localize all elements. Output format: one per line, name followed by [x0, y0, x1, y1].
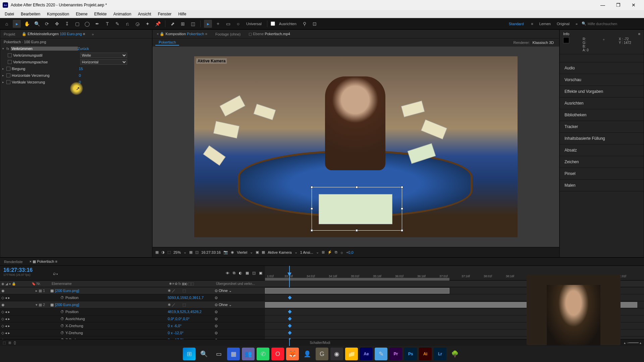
chevron-down-icon[interactable]: ⌄	[294, 250, 298, 254]
puppet-tool-icon[interactable]: 📌	[154, 20, 162, 28]
menu-fenster[interactable]: Fenster	[155, 11, 175, 17]
exposure-icon[interactable]: ☼	[340, 250, 343, 254]
ps-icon[interactable]: Ps	[404, 348, 417, 360]
circle-icon[interactable]: ○	[234, 20, 242, 28]
view-axis-icon[interactable]: ◫	[189, 20, 197, 28]
misc-icon[interactable]: 🌳	[448, 348, 461, 360]
pan-behind-tool-icon[interactable]: ✥	[53, 20, 61, 28]
guides-icon[interactable]: ◫	[195, 250, 199, 254]
menu-ansicht[interactable]: Ansicht	[135, 11, 154, 17]
zoom-tool-icon[interactable]: 🔍	[33, 20, 41, 28]
graph-icon[interactable]: ▦	[246, 271, 249, 275]
snap-opts-icon[interactable]: ⚲	[301, 20, 309, 28]
menu-bearbeiten[interactable]: Bearbeiten	[17, 11, 44, 17]
visibility-icon[interactable]: ◉	[1, 303, 5, 307]
stopwatch-icon[interactable]	[6, 67, 10, 71]
panel-zeichen[interactable]: Zeichen	[560, 156, 644, 168]
widgets-icon[interactable]: ▦	[227, 348, 240, 360]
panel-pinsel[interactable]: Pinsel	[560, 168, 644, 180]
roi-icon[interactable]: ▣	[256, 250, 259, 254]
menu-ebene[interactable]: Ebene	[72, 11, 91, 17]
maximize-button[interactable]: ❐	[610, 0, 626, 10]
switches-modes-label[interactable]: Schalter/Modi	[310, 341, 330, 345]
pr-icon[interactable]: Pr	[389, 348, 402, 360]
grid-icon[interactable]: ▦	[189, 250, 193, 254]
lock-icon[interactable]: 🔒	[22, 32, 26, 36]
selection-tool-icon[interactable]: ▸	[13, 20, 21, 28]
tabs-overflow-icon[interactable]: »	[89, 31, 97, 38]
timeline-icon[interactable]: ⧉	[335, 250, 337, 254]
panel-audio[interactable]: Audio	[560, 62, 644, 74]
type-tool-icon[interactable]: T	[103, 20, 111, 28]
bend-value[interactable]: 15	[79, 67, 83, 71]
timecode[interactable]: 16:27:33:16	[201, 250, 221, 254]
pixel-icon[interactable]: ⊞	[322, 250, 325, 254]
fast-icon[interactable]: ⚡	[327, 250, 332, 254]
panel-effekte[interactable]: Effekte und Vorgaben	[560, 86, 644, 98]
chevron-down-icon[interactable]: ⌄	[183, 250, 186, 254]
menu-hilfe[interactable]: Hilfe	[175, 11, 190, 17]
draft3d-icon[interactable]: ◫	[252, 271, 256, 275]
select-axis-icon[interactable]: ▸	[204, 20, 212, 28]
renderlist-tab[interactable]: Renderliste	[4, 260, 23, 264]
search-icon[interactable]: 🔍	[198, 348, 210, 360]
expand-icon[interactable]: ▸	[2, 74, 6, 77]
ai-icon[interactable]: Ai	[419, 348, 432, 360]
shy-icon[interactable]: 👁	[226, 271, 229, 275]
zoom-value[interactable]: 25%	[173, 250, 181, 254]
stopwatch-icon[interactable]	[8, 53, 12, 57]
menu-effekte[interactable]: Effekte	[91, 11, 110, 17]
stopwatch-icon[interactable]	[8, 60, 12, 64]
minimize-button[interactable]: —	[595, 0, 610, 10]
chevron-down-icon[interactable]: ⌄	[316, 250, 319, 254]
pen-tool-icon[interactable]: ✒	[93, 20, 101, 28]
app-icon[interactable]: 👤	[301, 348, 314, 360]
panel-absatz[interactable]: Absatz	[560, 144, 644, 156]
fx-name[interactable]: Verkrümmen	[11, 47, 78, 51]
menu-komposition[interactable]: Komposition	[44, 11, 72, 17]
ae-icon[interactable]: Ae	[360, 348, 373, 360]
effect-controls-tab[interactable]: 🔒 Effekteinstellungen 100 Euro.png ≡	[18, 31, 88, 38]
workspace-lernen[interactable]: Lernen	[537, 22, 553, 26]
brush-tool-icon[interactable]: ✎	[113, 20, 121, 28]
transparency-icon[interactable]: ▦	[262, 250, 265, 254]
add-vertex-icon[interactable]: ＋	[214, 20, 222, 28]
panel-inhaltsfill[interactable]: Inhaltsbasierte Füllung	[560, 133, 644, 144]
workspace-original[interactable]: Original	[555, 22, 572, 26]
renderer-value[interactable]: Klassisch 3D	[530, 41, 556, 45]
box-icon[interactable]: ▭	[224, 20, 232, 28]
style-select[interactable]: Welle	[80, 53, 127, 58]
layer-tab[interactable]: ▢ Ebene Pokertisch.mp4	[245, 31, 294, 38]
view-value[interactable]: Aktive Kamera	[268, 250, 292, 254]
eraser-tool-icon[interactable]: ◶	[133, 20, 142, 28]
fx-enable-icon[interactable]: fx	[6, 47, 9, 51]
gimp-icon[interactable]: G	[316, 348, 328, 360]
zoom-out-icon[interactable]: ▴ ○━━━━━ ▴	[624, 341, 641, 345]
obs-icon[interactable]: ◉	[330, 348, 343, 360]
explorer-icon[interactable]: 📁	[345, 348, 358, 360]
menu-datei[interactable]: Datei	[1, 11, 17, 17]
expand-icon[interactable]: ▸	[2, 80, 6, 84]
panel-menu-icon[interactable]: ≡	[638, 32, 640, 36]
help-search-input[interactable]	[588, 22, 641, 26]
project-tab[interactable]: Projekt	[0, 31, 18, 38]
close-button[interactable]: ✕	[626, 0, 641, 10]
workspace-menu-icon[interactable]: ≡	[529, 22, 535, 26]
mask-icon[interactable]: ◑	[161, 250, 165, 254]
fx-reset-link[interactable]: Zurück	[78, 47, 89, 51]
teams-icon[interactable]: 👥	[242, 348, 255, 360]
timeline-comp-tab[interactable]: × ▦ Pokertisch ≡	[30, 259, 57, 264]
whatsapp-icon[interactable]: ✆	[257, 348, 269, 360]
start-icon[interactable]: ⊞	[183, 348, 196, 360]
panel-vorschau[interactable]: Vorschau	[560, 74, 644, 86]
render-icon[interactable]: ▣	[259, 271, 262, 275]
frame-blend-icon[interactable]: ⧉	[233, 271, 235, 275]
home-icon[interactable]: ⌂	[3, 20, 11, 28]
ellipse-tool-icon[interactable]: ◯	[83, 20, 91, 28]
comp-tab[interactable]: × 🔒 Komposition Pokertisch ≡	[153, 31, 211, 38]
workspace-more-icon[interactable]: »	[574, 22, 580, 26]
stopwatch-icon[interactable]	[6, 73, 10, 77]
taskview-icon[interactable]: ▭	[212, 348, 225, 360]
channel-icon[interactable]: ◉	[231, 250, 234, 254]
viewcount-value[interactable]: 1 Ansi...	[300, 250, 313, 254]
